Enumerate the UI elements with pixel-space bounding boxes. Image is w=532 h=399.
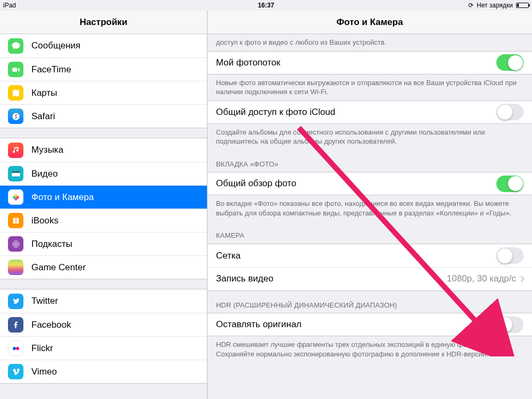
sidebar-item-messages[interactable]: Сообщения bbox=[0, 34, 207, 57]
svg-rect-2 bbox=[12, 171, 20, 172]
svg-point-11 bbox=[13, 347, 16, 350]
facetime-icon bbox=[8, 62, 23, 77]
hdr-footer: HDR смешивает лучшие фрагменты трех отде… bbox=[207, 336, 532, 362]
svg-point-12 bbox=[16, 347, 19, 350]
icloud-library-footer: доступ к фото и видео с любого из Ваших … bbox=[207, 34, 532, 51]
sidebar-item-music[interactable]: Музыка bbox=[0, 138, 207, 162]
cell-label: Общий обзор фото bbox=[216, 178, 496, 189]
svg-point-7 bbox=[13, 196, 15, 198]
photostream-footer: Новые фото автоматически выгружаются и о… bbox=[207, 74, 532, 101]
sharing-footer: Создайте альбомы для совместного использ… bbox=[207, 124, 532, 150]
cell-keep-original[interactable]: Оставлять оригинал bbox=[207, 313, 532, 336]
cell-icloud-sharing[interactable]: Общий доступ к фото iCloud bbox=[207, 101, 532, 124]
twitter-icon bbox=[8, 294, 23, 309]
sidebar-item-label: Facebook bbox=[31, 320, 71, 330]
sidebar-item-videos[interactable]: Видео bbox=[0, 162, 207, 185]
podcasts-icon bbox=[8, 236, 23, 252]
sidebar-item-label: Видео bbox=[31, 169, 58, 179]
cell-summarize-photos[interactable]: Общий обзор фото bbox=[207, 172, 532, 195]
cell-label: Оставлять оригинал bbox=[216, 319, 496, 330]
toggle-summarize-photos[interactable] bbox=[496, 176, 523, 192]
settings-sidebar: Настройки Сообщения FaceTime Карты Safar… bbox=[0, 11, 207, 399]
sidebar-item-label: Vimeo bbox=[31, 367, 57, 377]
charging-status: Нет зарядки bbox=[477, 2, 513, 9]
sidebar-item-label: Музыка bbox=[31, 145, 63, 155]
detail-pane: Фото и Камера доступ к фото и видео с лю… bbox=[207, 11, 532, 399]
sidebar-item-facetime[interactable]: FaceTime bbox=[0, 57, 207, 81]
sidebar-item-label: Twitter bbox=[31, 296, 58, 306]
video-icon bbox=[8, 166, 23, 181]
cell-grid[interactable]: Сетка bbox=[207, 244, 532, 268]
section-header-hdr: HDR (РАСШИРЕННЫЙ ДИНАМИЧЕСКИЙ ДИАПАЗОН) bbox=[207, 291, 532, 313]
sidebar-item-label: Фото и Камера bbox=[31, 192, 94, 203]
sidebar-item-label: Game Center bbox=[31, 262, 86, 273]
svg-rect-0 bbox=[12, 68, 17, 72]
photos-icon bbox=[8, 189, 23, 205]
toggle-grid[interactable] bbox=[496, 247, 523, 264]
detail-scroll[interactable]: доступ к фото и видео с любого из Ваших … bbox=[207, 34, 532, 399]
section-header-camera: КАМЕРА bbox=[207, 221, 532, 244]
maps-icon bbox=[8, 85, 23, 101]
music-icon bbox=[8, 143, 23, 158]
gamecenter-icon bbox=[8, 260, 23, 275]
sidebar-item-ibooks[interactable]: iBooks bbox=[0, 209, 207, 232]
safari-icon bbox=[8, 109, 23, 124]
toggle-photostream[interactable] bbox=[496, 54, 523, 71]
cell-label: Общий доступ к фото iCloud bbox=[216, 107, 496, 118]
cell-label: Запись видео bbox=[216, 273, 447, 284]
sidebar-item-podcasts[interactable]: Подкасты bbox=[0, 232, 207, 255]
sidebar-item-label: Flickr bbox=[31, 343, 53, 354]
toggle-keep-original[interactable] bbox=[496, 317, 523, 333]
vimeo-icon bbox=[8, 364, 23, 379]
detail-title: Фото и Камера bbox=[207, 11, 532, 34]
cell-label: Мой фотопоток bbox=[216, 57, 496, 68]
photostab-footer: Во вкладке «Фото» показаны все фото, нах… bbox=[207, 195, 532, 221]
cell-my-photostream[interactable]: Мой фотопоток bbox=[207, 51, 532, 74]
sidebar-item-twitter[interactable]: Twitter bbox=[0, 289, 207, 313]
ibooks-icon bbox=[8, 213, 23, 228]
sidebar-item-flickr[interactable]: Flickr bbox=[0, 336, 207, 360]
cell-label: Сетка bbox=[216, 251, 496, 261]
messages-icon bbox=[8, 38, 23, 54]
sidebar-title: Настройки bbox=[0, 11, 207, 34]
battery-icon bbox=[516, 3, 529, 8]
device-name: iPad bbox=[3, 2, 16, 9]
svg-point-10 bbox=[15, 243, 16, 245]
sidebar-item-facebook[interactable]: Facebook bbox=[0, 313, 207, 336]
sidebar-item-label: FaceTime bbox=[31, 64, 71, 75]
cell-record-video[interactable]: Запись видео 1080p, 30 кадр/с bbox=[207, 267, 532, 290]
sidebar-item-safari[interactable]: Safari bbox=[0, 104, 207, 128]
svg-rect-3 bbox=[12, 172, 20, 176]
sidebar-item-vimeo[interactable]: Vimeo bbox=[0, 360, 207, 383]
section-header-photos-tab: ВКЛАДКА «ФОТО» bbox=[207, 150, 532, 172]
sidebar-item-label: Карты bbox=[31, 88, 57, 98]
sidebar-list[interactable]: Сообщения FaceTime Карты Safari Музыка В… bbox=[0, 34, 207, 399]
sidebar-item-photos-camera[interactable]: Фото и Камера bbox=[0, 185, 207, 209]
status-bar: iPad 16:37 ⟳ Нет зарядки bbox=[0, 0, 532, 11]
sidebar-item-label: iBooks bbox=[31, 215, 59, 226]
chevron-right-icon bbox=[518, 276, 524, 282]
flickr-icon bbox=[8, 340, 23, 356]
sidebar-item-label: Подкасты bbox=[31, 239, 72, 250]
sidebar-item-gamecenter[interactable]: Game Center bbox=[0, 255, 207, 279]
sidebar-item-label: Сообщения bbox=[31, 40, 80, 51]
toggle-icloud-sharing[interactable] bbox=[496, 104, 523, 120]
sync-icon: ⟳ bbox=[468, 2, 473, 9]
sidebar-item-label: Safari bbox=[31, 111, 55, 122]
status-time: 16:37 bbox=[258, 2, 275, 9]
sidebar-item-maps[interactable]: Карты bbox=[0, 81, 207, 104]
facebook-icon bbox=[8, 317, 23, 332]
cell-value: 1080p, 30 кадр/с bbox=[447, 273, 516, 284]
